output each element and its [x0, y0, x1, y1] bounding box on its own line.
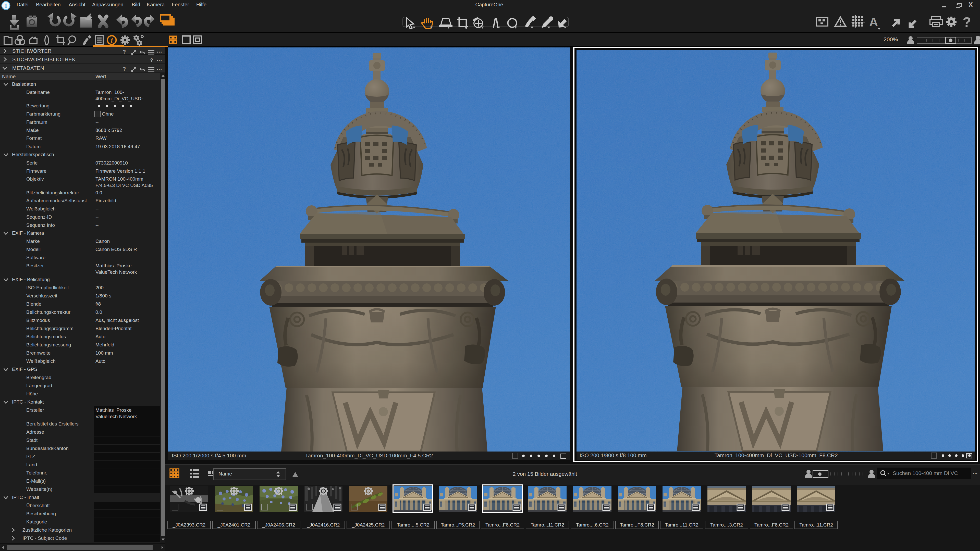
svg-text:A: A	[869, 15, 878, 29]
svg-text:?: ?	[963, 14, 971, 30]
svg-text:i: i	[111, 37, 113, 44]
